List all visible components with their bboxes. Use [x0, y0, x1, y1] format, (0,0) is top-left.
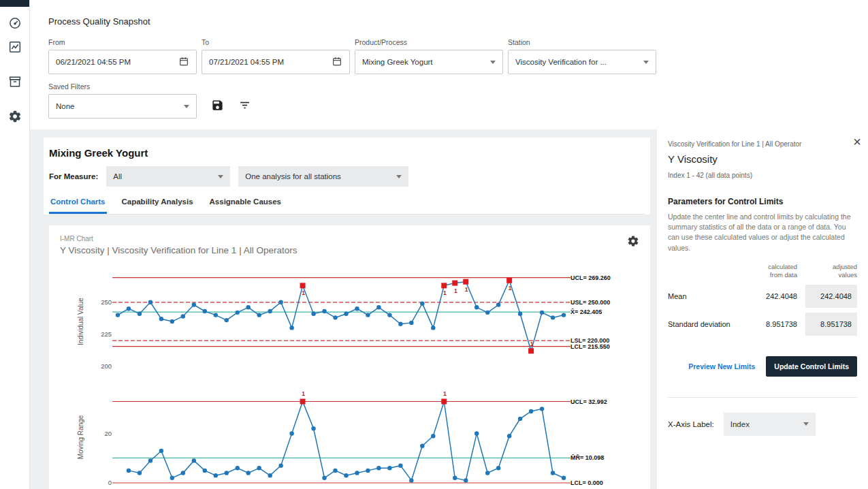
xaxis-row: X-Axis Label: Index	[668, 413, 857, 436]
product-field: Product/Process Mixing Greek Yogurt	[355, 38, 503, 74]
close-icon[interactable]: ×	[853, 135, 861, 148]
tab-assignable-causes[interactable]: Assignable Causes	[208, 191, 283, 214]
svg-text:250: 250	[101, 298, 112, 306]
calendar-icon[interactable]	[178, 56, 189, 68]
nav-settings[interactable]	[0, 110, 29, 126]
gauge-icon	[8, 16, 22, 33]
chart-type-label: I-MR Chart	[60, 235, 297, 242]
gear-icon	[8, 110, 22, 126]
measure-select[interactable]: All	[106, 166, 230, 187]
measure-row: For Measure: All One analysis for all st…	[49, 166, 645, 187]
save-icon	[211, 99, 224, 114]
station-select[interactable]: Viscosity Verification for ...	[508, 50, 656, 74]
svg-text:200: 200	[101, 362, 112, 370]
detail-panel: × Viscosity Verification for Line 1 | Al…	[657, 129, 868, 489]
saved-filters-label: Saved Filters	[48, 82, 197, 91]
saved-filters-value: None	[56, 102, 75, 110]
svg-text:UCL= 269.260: UCL= 269.260	[570, 274, 611, 281]
app-logo-block	[0, 0, 29, 7]
from-datetime-input[interactable]: 06/21/2021 04:55 PM	[48, 50, 197, 74]
xaxis-select[interactable]: Index	[724, 413, 816, 436]
analytics-chart-icon	[8, 40, 22, 57]
product-select[interactable]: Mixing Greek Yogurt	[355, 50, 503, 74]
stddev-label: Standard deviation	[668, 320, 740, 328]
stddev-adjusted-input[interactable]: 8.951738	[805, 313, 857, 336]
parameters-description: Update the center line and control limit…	[668, 212, 857, 253]
update-control-limits-button[interactable]: Update Control Limits	[766, 356, 857, 377]
svg-text:1: 1	[302, 289, 305, 296]
mean-calculated-value: 242.4048	[748, 292, 797, 300]
chart-card: I-MR Chart Y Viscosity | Viscosity Verif…	[49, 225, 650, 489]
gear-icon	[627, 239, 639, 249]
body-row: Mixing Greek Yogurt For Measure: All One…	[30, 129, 868, 489]
preview-new-limits-link[interactable]: Preview New Limits	[688, 362, 755, 370]
panel-title: Y Viscosity	[668, 153, 857, 165]
svg-text:LCL= 215.550: LCL= 215.550	[570, 343, 610, 350]
save-filter-button[interactable]	[211, 99, 224, 114]
parameters-section-title: Parameters for Control Limits	[668, 197, 857, 206]
nav-analytics[interactable]	[0, 40, 29, 57]
index-range-note: Index 1 - 42 (all data points)	[668, 172, 857, 179]
product-label: Product/Process	[355, 38, 503, 46]
svg-text:0: 0	[108, 479, 112, 486]
tab-bar: Control Charts Capability Analysis Assig…	[49, 191, 645, 215]
svg-text:UCL= 32.992: UCL= 32.992	[570, 398, 607, 405]
page-title: Process Quality Snapshot	[48, 16, 868, 27]
product-select-value: Mixing Greek Yogurt	[362, 58, 433, 66]
parameters-table: calculatedfrom data adjustedvalues Mean …	[668, 263, 857, 336]
col-header-adjusted: adjustedvalues	[805, 263, 857, 280]
archive-box-icon	[8, 75, 22, 91]
nav-dashboard[interactable]	[0, 16, 29, 33]
from-datetime-value: 06/21/2021 04:55 PM	[56, 58, 131, 66]
process-title: Mixing Greek Yogurt	[49, 147, 645, 159]
analysis-mode-value: One analysis for all stations	[245, 172, 341, 180]
svg-text:1: 1	[443, 390, 447, 397]
main-column: Mixing Greek Yogurt For Measure: All One…	[44, 138, 650, 489]
from-label: From	[48, 38, 197, 46]
svg-text:Individual Value: Individual Value	[77, 298, 84, 345]
analysis-mode-select[interactable]: One analysis for all stations	[238, 166, 408, 187]
svg-text:M̄R̄= 10.098: M̄R̄= 10.098	[570, 454, 604, 461]
measure-select-value: All	[113, 172, 122, 180]
col-header-calculated: calculatedfrom data	[748, 263, 797, 280]
app-root: Process Quality Snapshot From 06/21/2021…	[0, 0, 868, 489]
svg-text:1: 1	[443, 289, 447, 296]
station-label: Station	[508, 38, 656, 46]
mean-label: Mean	[668, 292, 740, 300]
panel-context: Viscosity Verification for Line 1 | All …	[668, 140, 857, 148]
content-area: Process Quality Snapshot From 06/21/2021…	[30, 0, 868, 489]
individuals-chart-svg[interactable]: UCL= 269.260USL= 250.000X̄= 242.405LSL= …	[60, 261, 638, 383]
chart-settings-button[interactable]	[627, 235, 639, 249]
svg-text:1: 1	[454, 287, 457, 294]
svg-text:1: 1	[509, 285, 512, 291]
chart-title: Y Viscosity | Viscosity Verification for…	[60, 245, 297, 255]
svg-text:X̄= 242.405: X̄= 242.405	[570, 309, 602, 315]
chevron-down-icon	[803, 422, 809, 426]
tab-capability-analysis[interactable]: Capability Analysis	[120, 191, 195, 214]
mean-adjusted-input[interactable]: 242.4048	[805, 285, 857, 308]
xaxis-label: X-Axis Label:	[668, 420, 714, 428]
sidebar	[0, 0, 30, 489]
limits-actions: Preview New Limits Update Control Limits	[668, 356, 857, 377]
svg-text:1: 1	[530, 341, 534, 347]
saved-filters-field: Saved Filters None	[48, 82, 868, 119]
xaxis-select-value: Index	[730, 420, 750, 428]
to-datetime-input[interactable]: 07/21/2021 04:55 PM	[202, 50, 350, 74]
svg-text:LCL= 0.000: LCL= 0.000	[570, 479, 603, 486]
tab-control-charts[interactable]: Control Charts	[49, 191, 107, 214]
svg-text:20: 20	[104, 430, 112, 437]
svg-text:USL= 250.000: USL= 250.000	[570, 299, 610, 306]
svg-text:1: 1	[302, 390, 305, 397]
station-select-value: Viscosity Verification for ...	[515, 58, 607, 66]
saved-filters-select[interactable]: None	[48, 94, 197, 119]
calendar-icon[interactable]	[332, 56, 342, 68]
nav-archive[interactable]	[0, 75, 29, 91]
chevron-down-icon	[643, 61, 649, 64]
moving-range-chart-svg[interactable]: UCL= 32.992M̄R̄= 10.098LCL= 0.000020Movi…	[60, 386, 638, 488]
chevron-down-icon	[490, 61, 496, 64]
chart-header: I-MR Chart Y Viscosity | Viscosity Verif…	[60, 235, 639, 255]
to-datetime-value: 07/21/2021 04:55 PM	[209, 58, 284, 66]
to-label: To	[202, 38, 350, 46]
filter-button[interactable]	[238, 99, 251, 114]
svg-text:Moving Range: Moving Range	[77, 415, 84, 459]
